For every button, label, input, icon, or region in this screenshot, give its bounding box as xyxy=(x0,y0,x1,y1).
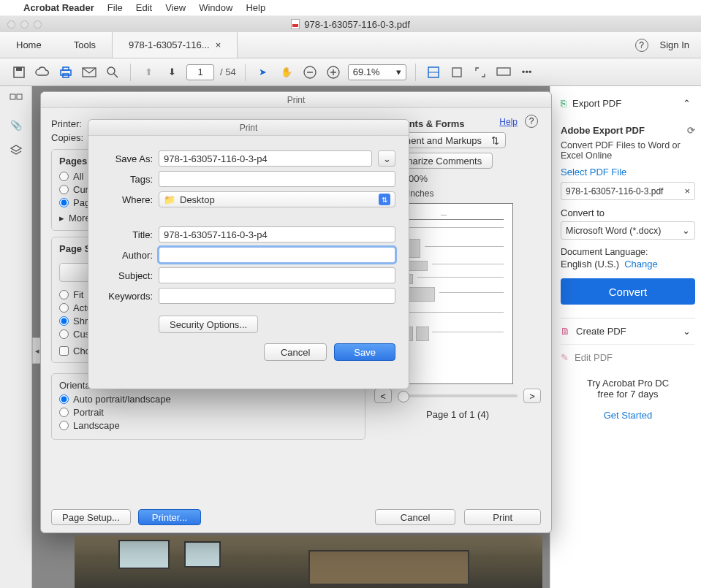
app-name[interactable]: Acrobat Reader xyxy=(23,2,94,13)
try-pro-line1: Try Acrobat Pro DC xyxy=(561,378,695,389)
subject-input[interactable] xyxy=(159,267,395,283)
cloud-icon[interactable] xyxy=(34,64,51,81)
window-title: 978-1-63057-116-0-3.pdf xyxy=(304,19,410,30)
remove-file-icon[interactable]: × xyxy=(684,186,690,196)
svg-rect-3 xyxy=(63,67,69,70)
close-tab-icon[interactable]: × xyxy=(216,39,221,50)
cancel-button[interactable]: Cancel xyxy=(375,509,455,525)
page-up-icon[interactable]: ⬆ xyxy=(140,64,157,81)
keywords-input[interactable] xyxy=(159,288,395,304)
pdf-icon xyxy=(291,19,300,29)
mail-icon[interactable] xyxy=(80,64,98,81)
select-pdf-link[interactable]: Select PDF File xyxy=(561,167,695,177)
expand-save-icon[interactable]: ⌄ xyxy=(378,150,395,167)
help-icon[interactable]: ? xyxy=(635,39,648,52)
create-pdf-row[interactable]: 🗎Create PDF⌄ xyxy=(561,318,695,344)
read-mode-icon[interactable] xyxy=(495,64,512,81)
chevron-down-icon: ▾ xyxy=(396,66,401,77)
signin-link[interactable]: Sign In xyxy=(660,39,689,50)
save-as-input[interactable] xyxy=(159,150,372,167)
chevron-down-icon: ⌄ xyxy=(683,326,691,337)
menu-view[interactable]: View xyxy=(165,2,186,13)
adobe-export-title: Adobe Export PDF xyxy=(561,125,645,136)
svg-line-7 xyxy=(114,74,118,77)
export-pdf-icon: ⎘ xyxy=(561,98,567,109)
selected-file-box[interactable]: 978-1-63057-116-0-3.pdf× xyxy=(561,182,695,200)
where-label: Where: xyxy=(102,194,153,205)
where-select[interactable]: 📁Desktop⇅ xyxy=(159,191,395,207)
page-down-icon[interactable]: ⬇ xyxy=(163,64,181,81)
svg-rect-1 xyxy=(16,67,22,71)
try-pro-line2: free for 7 days xyxy=(561,389,695,400)
macos-menubar[interactable]: Acrobat Reader File Edit View Window Hel… xyxy=(0,0,701,16)
save-button[interactable]: Save xyxy=(334,343,395,361)
search-icon[interactable] xyxy=(104,64,121,81)
preview-slider[interactable] xyxy=(398,394,518,397)
svg-rect-17 xyxy=(17,94,22,99)
preview-prev-button[interactable]: < xyxy=(374,389,392,403)
printer-button[interactable]: Printer... xyxy=(138,509,201,525)
chevron-down-icon: ⌄ xyxy=(682,225,690,236)
get-started-link[interactable]: Get Started xyxy=(561,410,695,421)
zoom-in-icon[interactable] xyxy=(325,64,342,81)
tab-document[interactable]: 978-1-63057-116...× xyxy=(112,32,238,58)
more-icon[interactable]: ••• xyxy=(518,64,536,81)
updown-icon: ⇅ xyxy=(491,135,499,146)
page-number-input[interactable] xyxy=(186,64,214,80)
radio-auto-orient[interactable]: Auto portrait/landscape xyxy=(59,394,357,405)
svg-point-6 xyxy=(107,67,115,75)
menu-window[interactable]: Window xyxy=(199,2,232,13)
doc-language-value: English (U.S.) xyxy=(561,259,619,270)
preview-page-of: Page 1 of 1 (4) xyxy=(374,409,541,420)
cloud-sync-icon[interactable]: ⟳ xyxy=(687,125,695,136)
print-icon[interactable] xyxy=(57,64,75,81)
convert-to-label: Convert to xyxy=(561,207,695,218)
attachments-icon[interactable]: 📎 xyxy=(10,120,22,131)
author-label: Author: xyxy=(102,250,153,261)
tags-input[interactable] xyxy=(159,171,395,187)
fit-width-icon[interactable] xyxy=(425,64,442,81)
zoom-select[interactable]: 69.1%▾ xyxy=(348,64,406,80)
main-toolbar: ⬆ ⬇ / 54 ➤ ✋ 69.1%▾ ••• xyxy=(0,58,701,86)
menu-file[interactable]: File xyxy=(107,2,123,13)
page-setup-button[interactable]: Page Setup... xyxy=(51,509,131,525)
radio-portrait[interactable]: Portrait xyxy=(59,407,357,418)
tags-label: Tags: xyxy=(102,174,153,185)
create-pdf-icon: 🗎 xyxy=(561,326,570,337)
format-select[interactable]: Microsoft Word (*.docx)⌄ xyxy=(561,221,695,240)
export-subtitle: Convert PDF Files to Word or Excel Onlin… xyxy=(561,140,695,161)
convert-button[interactable]: Convert xyxy=(561,278,695,305)
security-options-button[interactable]: Security Options... xyxy=(159,316,258,333)
edit-pdf-icon: ✎ xyxy=(561,352,569,363)
edit-pdf-row[interactable]: ✎Edit PDF xyxy=(561,344,695,370)
tab-home[interactable]: Home xyxy=(0,32,58,58)
svg-rect-14 xyxy=(452,68,461,77)
svg-rect-15 xyxy=(497,68,510,75)
preview-next-button[interactable]: > xyxy=(523,389,541,403)
save-icon[interactable] xyxy=(10,64,28,81)
print-button[interactable]: Print xyxy=(464,509,541,525)
help-icon[interactable]: ? xyxy=(525,115,538,128)
zoom-out-icon[interactable] xyxy=(301,64,319,81)
hand-icon[interactable]: ✋ xyxy=(278,64,295,81)
right-tools-panel: ⎘Export PDF ⌃ Adobe Export PDF⟳ Convert … xyxy=(550,86,701,588)
window-titlebar: 978-1-63057-116-0-3.pdf xyxy=(0,16,701,32)
menu-edit[interactable]: Edit xyxy=(136,2,152,13)
save-cancel-button[interactable]: Cancel xyxy=(264,343,327,361)
pointer-icon[interactable]: ➤ xyxy=(254,64,272,81)
radio-landscape[interactable]: Landscape xyxy=(59,420,357,431)
thumbnails-icon[interactable] xyxy=(10,93,23,107)
title-input[interactable] xyxy=(159,226,395,243)
chevron-up-icon[interactable]: ⌃ xyxy=(683,98,691,109)
help-link[interactable]: Help xyxy=(499,117,518,127)
fullscreen-icon[interactable] xyxy=(471,64,489,81)
save-sheet-title: Print xyxy=(88,120,409,136)
change-language-link[interactable]: Change xyxy=(624,259,658,270)
fit-page-icon[interactable] xyxy=(448,64,466,81)
tab-tools[interactable]: Tools xyxy=(58,32,112,58)
author-input[interactable] xyxy=(159,247,395,263)
layers-icon[interactable] xyxy=(10,144,23,157)
save-sheet: Print Save As:⌄ Tags: Where: 📁Desktop⇅ T… xyxy=(88,119,409,389)
menu-help[interactable]: Help xyxy=(246,2,265,13)
export-pdf-heading[interactable]: Export PDF xyxy=(572,98,621,109)
